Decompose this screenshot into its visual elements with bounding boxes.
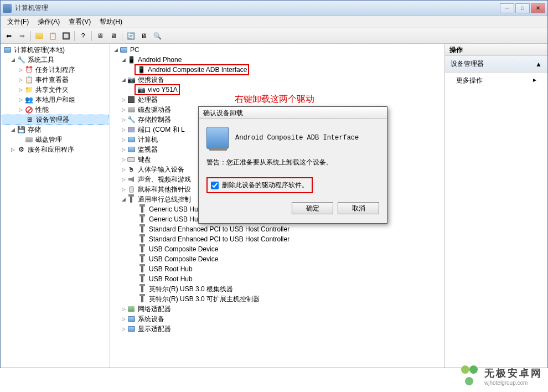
window-controls: ─ □ ✕ bbox=[500, 3, 545, 13]
device-usb-item[interactable]: USB Root Hub bbox=[111, 264, 443, 274]
watermark-logo bbox=[459, 365, 480, 386]
tree-root[interactable]: 计算机管理(本地) bbox=[2, 45, 108, 55]
collapse-icon[interactable]: ◢ bbox=[120, 56, 127, 63]
expand-icon[interactable]: ▷ bbox=[17, 96, 24, 103]
uninstall-button[interactable]: 🖥 bbox=[138, 30, 150, 42]
device-label: 鼠标和其他指针设 bbox=[138, 185, 191, 194]
tree-storage[interactable]: ◢ 💾 存储 bbox=[2, 125, 108, 135]
show-hide-tree-button[interactable] bbox=[33, 30, 45, 42]
tree-event-viewer[interactable]: ▷ 📋 事件查看器 bbox=[2, 75, 108, 85]
tree-system-tools[interactable]: ◢ 🔧 系统工具 bbox=[2, 55, 108, 65]
network-icon bbox=[127, 305, 136, 313]
menu-help[interactable]: 帮助(H) bbox=[95, 16, 127, 28]
expand-icon[interactable]: ▷ bbox=[120, 136, 127, 143]
device-usb-item[interactable]: 英特尔(R) USB 3.0 可扩展主机控制器 bbox=[111, 294, 443, 304]
device-system[interactable]: ▷系统设备 bbox=[111, 314, 443, 324]
usb-icon bbox=[138, 295, 147, 303]
device-adb-interface[interactable]: 📱 Android Composite ADB Interface bbox=[111, 65, 443, 75]
expand-icon[interactable]: ▷ bbox=[120, 116, 127, 123]
device-usb-item[interactable]: USB Composite Device bbox=[111, 254, 443, 264]
view-button[interactable]: 🔲 bbox=[60, 30, 72, 42]
expand-icon[interactable]: ▷ bbox=[120, 326, 127, 332]
device-usb-item[interactable]: Standard Enhanced PCI to USB Host Contro… bbox=[111, 224, 443, 234]
expand-icon[interactable]: ▷ bbox=[120, 156, 127, 163]
maximize-button[interactable]: □ bbox=[515, 3, 530, 13]
more-actions[interactable]: 更多操作 ▸ bbox=[445, 73, 547, 89]
device-vivo[interactable]: 📷 vivo Y51A bbox=[111, 85, 443, 95]
scan-hardware-button[interactable]: 🔍 bbox=[151, 30, 163, 42]
device-label: USB Root Hub bbox=[149, 265, 193, 273]
help-button[interactable]: ? bbox=[77, 30, 89, 42]
expand-icon[interactable]: ▷ bbox=[120, 186, 127, 193]
device-usb-item[interactable]: USB Composite Device bbox=[111, 244, 443, 254]
collapse-icon[interactable]: ◢ bbox=[120, 76, 127, 83]
device-processors[interactable]: ▷处理器 bbox=[111, 95, 443, 105]
device-usb-item[interactable]: 英特尔(R) USB 3.0 根集线器 bbox=[111, 284, 443, 294]
app-icon bbox=[3, 4, 12, 13]
menu-view[interactable]: 查看(V) bbox=[64, 16, 95, 28]
device-usb-item[interactable]: USB Root Hub bbox=[111, 274, 443, 284]
expand-icon[interactable]: ▷ bbox=[17, 76, 24, 83]
cancel-button[interactable]: 取消 bbox=[338, 202, 379, 214]
device-usb-item[interactable]: Standard Enhanced PCI to USB Host Contro… bbox=[111, 234, 443, 244]
properties-button[interactable]: 📋 bbox=[46, 30, 59, 42]
tree-device-manager[interactable]: 🖥 设备管理器 bbox=[2, 115, 108, 125]
collapse-icon[interactable]: ◢ bbox=[9, 56, 16, 63]
collapse-icon[interactable]: ◢ bbox=[120, 196, 127, 203]
expand-icon[interactable]: ▷ bbox=[120, 316, 127, 322]
expand-icon[interactable]: ▷ bbox=[17, 106, 24, 113]
forward-button[interactable]: ➡ bbox=[16, 30, 28, 42]
expand-icon[interactable]: ▷ bbox=[17, 66, 24, 73]
tree-label: 共享文件夹 bbox=[35, 85, 69, 95]
tree-services[interactable]: ▷ ⚙ 服务和应用程序 bbox=[2, 145, 108, 154]
device-label: 人体学输入设备 bbox=[138, 165, 184, 174]
tree-label: 性能 bbox=[35, 105, 49, 115]
expand-icon[interactable]: ▷ bbox=[120, 126, 127, 133]
delete-driver-checkbox-row[interactable]: 删除此设备的驱动程序软件。 bbox=[206, 177, 313, 193]
close-button[interactable]: ✕ bbox=[531, 3, 545, 13]
device-label: 网络适配器 bbox=[138, 305, 171, 314]
watermark-text: 无极安卓网 wjhotelgroup.com bbox=[484, 367, 542, 386]
expand-icon[interactable]: ▷ bbox=[9, 146, 16, 153]
delete-driver-checkbox[interactable] bbox=[211, 182, 219, 189]
usb-icon bbox=[138, 235, 147, 244]
tree-shared-folders[interactable]: ▷ 📁 共享文件夹 bbox=[2, 85, 108, 95]
device-display[interactable]: ▷显示适配器 bbox=[111, 324, 443, 334]
expand-icon[interactable]: ▷ bbox=[120, 106, 127, 113]
update-driver-button[interactable]: 🔄 bbox=[125, 30, 137, 42]
expand-icon[interactable]: ▷ bbox=[120, 306, 127, 312]
toolbar-separator bbox=[122, 31, 122, 41]
expand-icon[interactable]: ▷ bbox=[120, 146, 127, 153]
expand-icon[interactable]: ▷ bbox=[120, 176, 127, 183]
tree-performance[interactable]: ▷ 性能 bbox=[2, 105, 108, 115]
menu-file[interactable]: 文件(F) bbox=[3, 16, 33, 28]
collapse-icon[interactable]: ◢ bbox=[9, 126, 16, 133]
section-label: 设备管理器 bbox=[451, 59, 484, 69]
device-portable[interactable]: ◢ 📷 便携设备 bbox=[111, 75, 443, 85]
usb-icon bbox=[138, 215, 147, 224]
back-button[interactable]: ⬅ bbox=[3, 30, 15, 42]
tree-local-users[interactable]: ▷ 👥 本地用户和组 bbox=[2, 95, 108, 105]
hid-icon: 🖱 bbox=[127, 165, 136, 174]
device-android-phone[interactable]: ◢ 📱 Android Phone bbox=[111, 55, 443, 65]
scheduler-icon: ⏰ bbox=[24, 65, 33, 74]
minimize-button[interactable]: ─ bbox=[500, 3, 514, 13]
menu-action[interactable]: 操作(A) bbox=[33, 16, 64, 28]
dialog-title: 确认设备卸载 bbox=[199, 107, 387, 119]
toolbar-separator bbox=[91, 31, 92, 41]
expand-icon[interactable]: ▷ bbox=[120, 96, 127, 103]
actions-section[interactable]: 设备管理器 ▲ bbox=[445, 56, 547, 73]
device-network[interactable]: ▷网络适配器 bbox=[111, 304, 443, 314]
tree-task-scheduler[interactable]: ▷ ⏰ 任务计划程序 bbox=[2, 65, 108, 75]
device-button[interactable]: 🖥 bbox=[107, 30, 120, 42]
left-tree-panel: 计算机管理(本地) ◢ 🔧 系统工具 ▷ ⏰ 任务计划程序 ▷ 📋 事件查看器 … bbox=[1, 44, 110, 368]
tree-disk-management[interactable]: 磁盘管理 bbox=[2, 135, 108, 145]
expand-icon[interactable]: ▷ bbox=[17, 86, 24, 93]
ok-button[interactable]: 确定 bbox=[292, 202, 333, 214]
expand-icon[interactable]: ▷ bbox=[120, 166, 127, 173]
scan-button[interactable]: 🖥 bbox=[94, 30, 106, 42]
device-pc[interactable]: ◢ PC bbox=[111, 45, 443, 55]
usb-icon bbox=[138, 265, 147, 274]
collapse-icon[interactable]: ◢ bbox=[112, 47, 119, 53]
port-icon bbox=[127, 125, 136, 134]
